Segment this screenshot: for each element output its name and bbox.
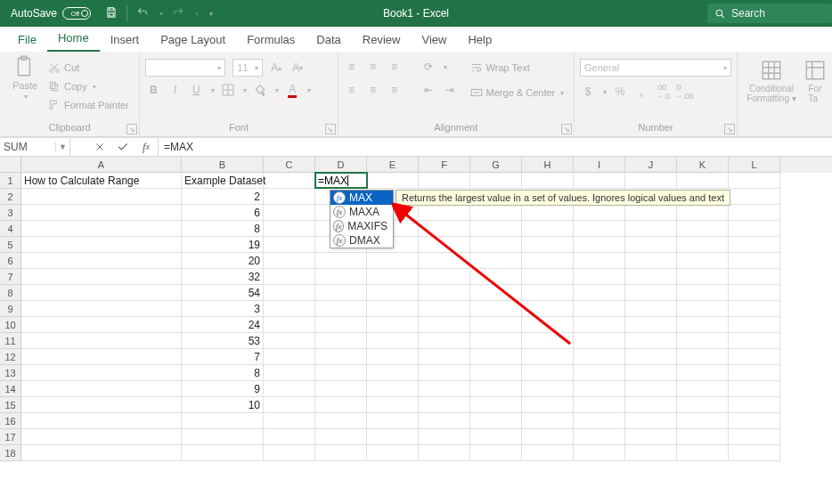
col-header-i[interactable]: I bbox=[574, 157, 625, 173]
cell[interactable] bbox=[21, 189, 182, 205]
cell[interactable] bbox=[574, 381, 625, 397]
cell[interactable] bbox=[677, 445, 729, 461]
cell[interactable] bbox=[367, 413, 419, 429]
format-as-table-button[interactable]: ForTa bbox=[803, 59, 827, 103]
cell[interactable] bbox=[367, 301, 419, 317]
cell[interactable] bbox=[677, 269, 729, 285]
cell[interactable] bbox=[625, 285, 677, 301]
tab-review[interactable]: Review bbox=[352, 28, 412, 52]
cell[interactable]: 32 bbox=[182, 269, 264, 285]
cell[interactable] bbox=[367, 445, 419, 461]
cell[interactable]: 2 bbox=[182, 189, 264, 205]
cell[interactable] bbox=[419, 221, 470, 237]
cell[interactable] bbox=[419, 397, 470, 413]
cell[interactable] bbox=[264, 397, 315, 413]
cell[interactable]: How to Calculate Range bbox=[21, 173, 182, 189]
font-size-selector[interactable]: 11▾ bbox=[232, 59, 263, 77]
percent-button[interactable]: % bbox=[612, 84, 628, 100]
cell[interactable] bbox=[677, 285, 729, 301]
cell[interactable] bbox=[625, 333, 677, 349]
cell[interactable] bbox=[677, 429, 729, 445]
cell[interactable] bbox=[182, 413, 264, 429]
cell[interactable] bbox=[729, 205, 780, 221]
qat-customize-icon[interactable]: ▾ bbox=[209, 10, 213, 18]
row-header[interactable]: 15 bbox=[0, 397, 21, 413]
dialog-launcher-icon[interactable]: ↘ bbox=[561, 124, 572, 134]
cell[interactable] bbox=[574, 317, 625, 333]
cell[interactable] bbox=[625, 317, 677, 333]
col-header-f[interactable]: F bbox=[419, 157, 470, 173]
fill-color-button[interactable] bbox=[252, 82, 268, 98]
cell[interactable] bbox=[419, 237, 470, 253]
merge-center-button[interactable]: Merge & Center▾ bbox=[470, 84, 565, 102]
redo-icon[interactable] bbox=[172, 6, 184, 21]
active-cell[interactable]: =MAX bbox=[314, 172, 368, 189]
cell[interactable]: 7 bbox=[182, 349, 264, 365]
cell[interactable] bbox=[367, 381, 419, 397]
cell[interactable] bbox=[677, 253, 729, 269]
cell[interactable] bbox=[729, 445, 780, 461]
autocomplete-item[interactable]: fxDMAX bbox=[330, 233, 393, 248]
bold-button[interactable]: B bbox=[145, 82, 161, 98]
cell[interactable] bbox=[574, 397, 625, 413]
cell[interactable] bbox=[315, 333, 367, 349]
cell[interactable] bbox=[21, 221, 182, 237]
col-header-h[interactable]: H bbox=[522, 157, 574, 173]
comma-button[interactable]: , bbox=[633, 84, 649, 100]
cell[interactable] bbox=[677, 317, 729, 333]
wrap-text-button[interactable]: Wrap Text bbox=[470, 59, 565, 77]
cell[interactable] bbox=[625, 397, 677, 413]
cell[interactable] bbox=[21, 317, 182, 333]
cell[interactable] bbox=[264, 285, 315, 301]
cell[interactable] bbox=[729, 429, 780, 445]
align-right-icon[interactable]: ≡ bbox=[387, 82, 403, 98]
align-left-icon[interactable]: ≡ bbox=[344, 82, 360, 98]
tab-home[interactable]: Home bbox=[47, 27, 100, 52]
row-header[interactable]: 6 bbox=[0, 253, 21, 269]
cell[interactable] bbox=[677, 301, 729, 317]
row-header[interactable]: 16 bbox=[0, 413, 21, 429]
cell[interactable] bbox=[367, 253, 419, 269]
italic-button[interactable]: I bbox=[167, 82, 183, 98]
cell[interactable] bbox=[470, 269, 522, 285]
cell[interactable] bbox=[522, 349, 574, 365]
cell[interactable] bbox=[470, 301, 522, 317]
align-middle-icon[interactable]: ≡ bbox=[365, 59, 381, 75]
row-header[interactable]: 10 bbox=[0, 317, 21, 333]
cell[interactable] bbox=[677, 381, 729, 397]
cell[interactable] bbox=[625, 349, 677, 365]
cell[interactable] bbox=[729, 333, 780, 349]
cell[interactable] bbox=[522, 445, 574, 461]
cell[interactable] bbox=[677, 333, 729, 349]
align-center-icon[interactable]: ≡ bbox=[365, 82, 381, 98]
cell[interactable] bbox=[470, 349, 522, 365]
cell[interactable] bbox=[574, 253, 625, 269]
cell[interactable] bbox=[315, 301, 367, 317]
cell[interactable] bbox=[677, 349, 729, 365]
cell[interactable] bbox=[419, 285, 470, 301]
paste-button[interactable]: Paste ▾ bbox=[5, 55, 45, 101]
cell[interactable] bbox=[470, 317, 522, 333]
cell[interactable] bbox=[522, 365, 574, 381]
border-button[interactable] bbox=[220, 82, 236, 98]
col-header-e[interactable]: E bbox=[367, 157, 419, 173]
cell[interactable] bbox=[625, 445, 677, 461]
cell[interactable] bbox=[729, 317, 780, 333]
cell[interactable] bbox=[419, 365, 470, 381]
search-box[interactable]: Search bbox=[707, 4, 832, 23]
cell[interactable] bbox=[264, 365, 315, 381]
formula-input[interactable]: =MAX bbox=[159, 138, 832, 156]
font-color-button[interactable]: A bbox=[284, 82, 300, 98]
cell[interactable] bbox=[21, 381, 182, 397]
tab-formulas[interactable]: Formulas bbox=[236, 28, 306, 52]
cut-button[interactable]: Cut bbox=[48, 59, 129, 77]
cell[interactable] bbox=[21, 205, 182, 221]
cell[interactable] bbox=[729, 397, 780, 413]
format-painter-button[interactable]: Format Painter bbox=[48, 96, 129, 114]
cell[interactable] bbox=[367, 349, 419, 365]
copy-button[interactable]: Copy▾ bbox=[48, 77, 129, 95]
cell[interactable] bbox=[677, 365, 729, 381]
col-header-d[interactable]: D bbox=[315, 157, 367, 173]
cell[interactable] bbox=[729, 349, 780, 365]
tab-insert[interactable]: Insert bbox=[100, 28, 151, 52]
